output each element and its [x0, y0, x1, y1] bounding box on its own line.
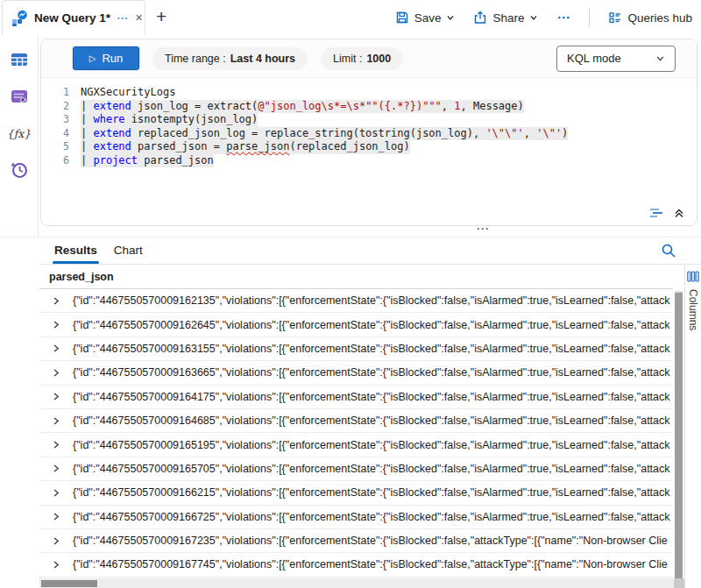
row-json-cell: {"id":"4467550570009167235","violations"… — [73, 535, 668, 547]
table-row[interactable]: {"id":"4467550570009166215","violations"… — [39, 481, 673, 505]
query-toolbar: ▷ Run Time range : Last 4 hours Limit : … — [41, 39, 697, 78]
row-expand-chevron-icon[interactable] — [52, 560, 60, 570]
row-expand-chevron-icon[interactable] — [52, 464, 60, 473]
share-button[interactable]: Share — [473, 11, 538, 25]
time-range-label: Time range : — [165, 53, 226, 65]
vertical-scrollbar-thumb[interactable] — [675, 293, 683, 588]
code-line[interactable]: 1NGXSecurityLogs — [41, 86, 697, 100]
time-range-pill[interactable]: Time range : Last 4 hours — [152, 47, 308, 70]
more-actions-button[interactable]: ⋯ — [556, 10, 570, 25]
results-grid: {"id":"4467550570009162135","violations"… — [39, 289, 673, 578]
table-row[interactable]: {"id":"4467550570009164685","violations"… — [39, 409, 673, 433]
adx-logo-icon — [11, 10, 28, 27]
splitter-handle-icon[interactable]: ⋯ — [476, 221, 490, 237]
tab-more-icon[interactable]: ⋯ — [117, 11, 129, 25]
run-label: Run — [102, 52, 123, 65]
line-number: 6 — [41, 154, 69, 168]
columns-icon — [687, 271, 699, 282]
row-json-cell: {"id":"4467550570009165705","violations"… — [73, 463, 670, 475]
kql-mode-value: KQL mode — [567, 52, 621, 65]
save-button[interactable]: Save — [395, 11, 456, 25]
query-tab-title: New Query 1* — [34, 11, 110, 25]
line-number: 1 — [41, 86, 69, 100]
row-json-cell: {"id":"4467550570009164175","violations"… — [73, 391, 670, 403]
row-expand-chevron-icon[interactable] — [52, 512, 60, 521]
limit-pill[interactable]: Limit : 1000 — [321, 47, 403, 70]
row-json-cell: {"id":"4467550570009165195","violations"… — [73, 439, 670, 451]
saved-scripts-icon[interactable] — [9, 86, 30, 107]
share-label: Share — [492, 11, 524, 25]
line-number: 4 — [41, 127, 69, 141]
table-row[interactable]: {"id":"4467550570009165705","violations"… — [39, 457, 673, 481]
time-range-value: Last 4 hours — [230, 53, 295, 65]
run-button[interactable]: ▷ Run — [73, 46, 139, 70]
row-expand-chevron-icon[interactable] — [52, 320, 60, 329]
queries-hub-button[interactable]: Queries hub — [608, 11, 692, 25]
query-tab[interactable]: New Query 1* ⋯ ✕ — [2, 0, 145, 35]
row-json-cell: {"id":"4467550570009166725","violations"… — [73, 511, 670, 523]
table-row[interactable]: {"id":"4467550570009162645","violations"… — [39, 313, 673, 337]
row-json-cell: {"id":"4467550570009167745","violations"… — [73, 558, 668, 570]
row-expand-chevron-icon[interactable] — [52, 368, 60, 378]
results-tabs: Results Chart — [39, 237, 701, 265]
code-line[interactable]: 4| extend replaced_json_log = replace_st… — [41, 127, 697, 141]
functions-icon[interactable]: {ƒx} — [9, 123, 30, 144]
table-row[interactable]: {"id":"4467550570009167235","violations"… — [39, 529, 673, 553]
code-editor[interactable]: 1NGXSecurityLogs2| extend json_log = ext… — [41, 78, 697, 167]
results-panel: Results Chart parsed_json {"id":"4467550… — [0, 237, 701, 588]
row-expand-chevron-icon[interactable] — [52, 440, 60, 450]
collapse-editor-icon[interactable] — [673, 207, 685, 219]
table-row[interactable]: {"id":"4467550570009166725","violations"… — [39, 506, 673, 529]
line-number: 2 — [41, 100, 69, 114]
limit-label: Limit : — [333, 53, 362, 65]
columns-side-rail[interactable]: Columns — [684, 265, 701, 588]
save-label: Save — [414, 11, 442, 25]
row-expand-chevron-icon[interactable] — [52, 488, 60, 498]
kql-mode-select[interactable]: KQL mode — [556, 46, 676, 72]
tab-results[interactable]: Results — [53, 244, 99, 264]
top-bar: New Query 1* ⋯ ✕ + Save — [0, 0, 701, 35]
scrollbar-corner — [674, 578, 684, 588]
row-json-cell: {"id":"4467550570009164685","violations"… — [73, 414, 670, 427]
code-line[interactable]: 2| extend json_log = extract(@"json_log\… — [41, 100, 697, 114]
column-header-parsed-json[interactable]: parsed_json — [39, 265, 673, 289]
row-expand-chevron-icon[interactable] — [52, 536, 60, 546]
run-play-icon: ▷ — [89, 53, 96, 63]
table-row[interactable]: {"id":"4467550570009165195","violations"… — [39, 433, 673, 457]
table-row[interactable]: {"id":"4467550570009162135","violations"… — [39, 289, 673, 313]
connections-table-icon[interactable] — [9, 49, 30, 70]
row-json-cell: {"id":"4467550570009163665","violations"… — [73, 366, 670, 379]
tab-close-icon[interactable]: ✕ — [135, 12, 143, 24]
code-line[interactable]: 5| extend parsed_json = parse_json(repla… — [41, 140, 697, 154]
table-row[interactable]: {"id":"4467550570009167745","violations"… — [39, 553, 673, 577]
code-line[interactable]: 3| where isnotempty(json_log) — [41, 113, 697, 127]
row-json-cell: {"id":"4467550570009166215","violations"… — [73, 486, 670, 499]
row-expand-chevron-icon[interactable] — [52, 344, 60, 353]
panel-splitter[interactable]: ⋯ — [0, 224, 701, 237]
query-history-icon[interactable] — [9, 159, 30, 181]
new-tab-button[interactable]: + — [156, 6, 166, 27]
horizontal-scrollbar[interactable] — [39, 578, 684, 588]
row-expand-chevron-icon[interactable] — [52, 416, 60, 426]
code-line[interactable]: 6| project parsed_json — [41, 154, 697, 168]
format-query-icon[interactable] — [648, 206, 664, 220]
columns-rail-label: Columns — [687, 289, 699, 330]
table-row[interactable]: {"id":"4467550570009163155","violations"… — [39, 337, 673, 361]
row-expand-chevron-icon[interactable] — [52, 296, 60, 306]
limit-value: 1000 — [366, 53, 391, 65]
vertical-scrollbar[interactable] — [675, 291, 683, 588]
horizontal-scrollbar-thumb[interactable] — [41, 580, 97, 587]
row-json-cell: {"id":"4467550570009162135","violations"… — [73, 294, 670, 307]
share-chevron-down-icon — [529, 13, 538, 22]
table-row[interactable]: {"id":"4467550570009163665","violations"… — [39, 361, 673, 385]
top-actions: Save Share ⋯ — [395, 0, 692, 35]
row-expand-chevron-icon[interactable] — [52, 392, 60, 401]
save-icon — [395, 11, 409, 25]
search-results-icon[interactable] — [661, 243, 676, 259]
tab-chart[interactable]: Chart — [112, 244, 145, 264]
table-row[interactable]: {"id":"4467550570009164175","violations"… — [39, 386, 673, 409]
line-number: 5 — [41, 140, 69, 154]
share-icon — [473, 11, 487, 25]
editor-corner-tools — [648, 206, 685, 220]
row-json-cell: {"id":"4467550570009162645","violations"… — [73, 319, 670, 331]
